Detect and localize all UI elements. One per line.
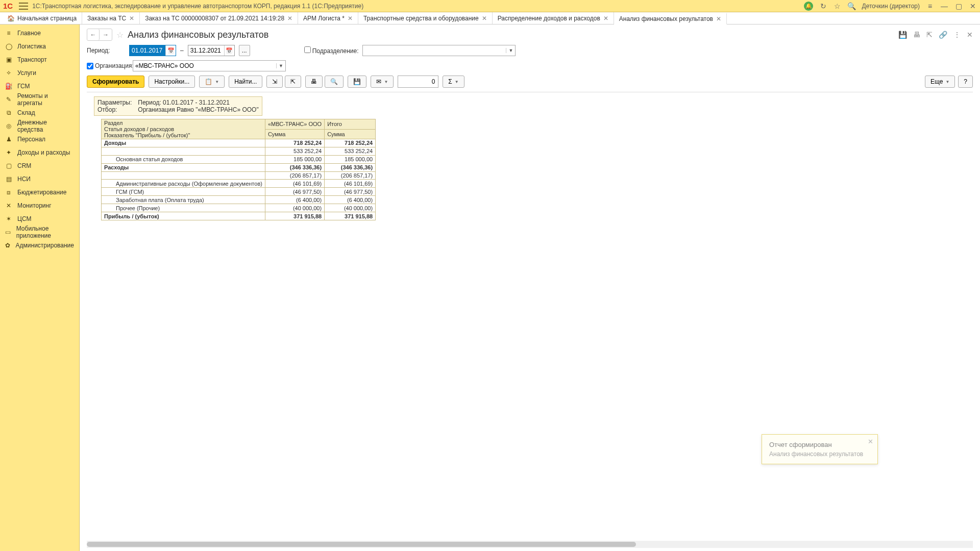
tab[interactable]: Заказ на ТС 00000008307 от 21.09.2021 14… [140, 12, 298, 24]
table-row[interactable]: (206 857,17)(206 857,17) [102, 171, 376, 180]
expand-button[interactable]: ⇲ [266, 76, 283, 88]
org-checkbox-label[interactable]: Организация: [87, 62, 129, 69]
tab[interactable]: Распределение доходов и расходов✕ [493, 12, 614, 24]
tab[interactable]: Анализ финансовых результатов✕ [614, 13, 727, 24]
table-row[interactable]: Основная статья доходов185 000,00185 000… [102, 155, 376, 163]
table-row[interactable]: Доходы718 252,24718 252,24 [102, 139, 376, 147]
save-report-button[interactable]: 💾 [348, 76, 366, 88]
date-to-input[interactable] [188, 45, 224, 56]
sidebar-item[interactable]: ▢CRM [0, 159, 79, 172]
sidebar-icon: ≡ [5, 30, 12, 37]
tab[interactable]: 🏠Начальная страница [2, 12, 82, 24]
tab-close-icon[interactable]: ✕ [129, 15, 134, 22]
org-checkbox[interactable] [87, 63, 93, 69]
content-area: ← → ☆ Анализ финансовых результатов 💾 🖶 … [80, 24, 980, 551]
preview-button[interactable]: 🔍 [325, 76, 344, 88]
horizontal-scrollbar[interactable] [87, 541, 973, 548]
minimize-icon[interactable]: — [940, 2, 948, 10]
save-icon[interactable]: 💾 [898, 31, 907, 39]
tab-close-icon[interactable]: ✕ [348, 15, 353, 22]
favorite-icon[interactable]: ☆ [116, 30, 124, 40]
sidebar-item[interactable]: ◯Логистика [0, 40, 79, 53]
sidebar-item[interactable]: ✧Услуги [0, 66, 79, 80]
sidebar-item[interactable]: ▣Транспорт [0, 53, 79, 66]
sidebar-item[interactable]: ♟Персонал [0, 133, 79, 146]
settings-button[interactable]: Настройки... [149, 76, 195, 88]
close-window-icon[interactable]: ✕ [969, 2, 977, 10]
sidebar-item[interactable]: ≡Главное [0, 27, 79, 40]
period-picker-button[interactable]: ... [239, 45, 250, 56]
table-row[interactable]: Прибыль / (убыток)371 915,88371 915,88 [102, 212, 376, 220]
nav-fwd-button[interactable]: → [100, 29, 112, 40]
sidebar-item[interactable]: ⧈Бюджетирование [0, 186, 79, 199]
table-row[interactable]: Заработная плата (Оплата труда)(6 400,00… [102, 196, 376, 204]
sidebar-icon: ◯ [5, 43, 12, 50]
org-input[interactable] [133, 62, 276, 69]
sidebar-item[interactable]: ⧉Склад [0, 106, 79, 119]
table-row[interactable]: ГСМ (ГСМ)(46 977,50)(46 977,50) [102, 188, 376, 196]
sum-button[interactable]: Σ▼ [443, 76, 464, 88]
table-row[interactable]: 533 252,24533 252,24 [102, 147, 376, 155]
date-from-input[interactable] [130, 45, 165, 56]
nav-back-button[interactable]: ← [87, 29, 100, 40]
find-button[interactable]: Найти... [229, 76, 262, 88]
variant-button[interactable]: 📋▼ [199, 76, 225, 88]
toast-close-icon[interactable]: ✕ [868, 438, 873, 445]
division-input[interactable] [363, 47, 506, 54]
main-menu-icon[interactable] [19, 3, 28, 10]
more-button[interactable]: Еще▼ [925, 76, 955, 88]
table-row[interactable]: Прочее (Прочие)(40 000,00)(40 000,00) [102, 204, 376, 212]
tab[interactable]: Транспортные средства и оборудование✕ [358, 12, 493, 24]
tab-close-icon[interactable]: ✕ [603, 15, 608, 22]
link-icon[interactable]: 🔗 [939, 31, 947, 39]
sidebar-item[interactable]: ◎Денежные средства [0, 119, 79, 133]
notifications-icon[interactable]: 🔔 [804, 2, 813, 11]
help-button[interactable]: ? [958, 76, 973, 88]
sidebar-icon: ✿ [5, 242, 11, 249]
division-select[interactable]: ▼ [362, 45, 516, 56]
division-checkbox-label[interactable]: Подразделение: [304, 46, 359, 55]
tab-close-icon[interactable]: ✕ [482, 15, 487, 22]
sidebar-item[interactable]: ⛽ГСМ [0, 80, 79, 93]
calendar-from-icon[interactable]: 📅 [165, 45, 176, 56]
history-icon[interactable]: ↻ [819, 2, 827, 10]
star-icon[interactable]: ☆ [834, 2, 842, 10]
print-icon[interactable]: 🖶 [913, 31, 920, 39]
division-checkbox[interactable] [304, 46, 311, 53]
sidebar-item[interactable]: ✎Ремонты и агрегаты [0, 93, 79, 106]
calendar-to-icon[interactable]: 📅 [224, 45, 234, 56]
sidebar-item[interactable]: ▤НСИ [0, 172, 79, 186]
tab[interactable]: Заказы на ТС✕ [82, 12, 140, 24]
toast-body: Анализ финансовых результатов [769, 450, 870, 458]
sidebar-item[interactable]: ✿Администрирование [0, 239, 79, 252]
org-select[interactable]: ▼ [133, 60, 286, 71]
print-button[interactable]: 🖶 [305, 76, 323, 88]
sidebar-item[interactable]: ✕Мониторинг [0, 199, 79, 212]
table-row[interactable]: Расходы(346 336,36)(346 336,36) [102, 163, 376, 171]
sidebar-item[interactable]: ✦Доходы и расходы [0, 146, 79, 159]
close-page-icon[interactable]: ✕ [967, 31, 973, 39]
current-user[interactable]: Деточкин (директор) [862, 3, 920, 10]
number-field[interactable] [398, 76, 438, 88]
date-from-field[interactable]: 📅 [129, 45, 176, 56]
export-icon[interactable]: ⇱ [926, 31, 933, 39]
sidebar-item[interactable]: ✶ЦСМ [0, 212, 79, 226]
generate-button[interactable]: Сформировать [87, 76, 144, 88]
tab[interactable]: АРМ Логиста *✕ [298, 12, 358, 24]
chevron-down-icon[interactable]: ▼ [276, 63, 285, 68]
date-to-field[interactable]: 📅 [188, 45, 235, 56]
kebab-icon[interactable]: ⋮ [953, 31, 961, 39]
tab-close-icon[interactable]: ✕ [287, 15, 292, 22]
search-icon[interactable]: 🔍 [848, 2, 856, 10]
maximize-icon[interactable]: ▢ [954, 2, 963, 10]
tab-close-icon[interactable]: ✕ [716, 15, 721, 22]
collapse-button[interactable]: ⇱ [285, 76, 301, 88]
sidebar-label: Администрирование [16, 242, 74, 249]
chevron-down-icon[interactable]: ▼ [506, 48, 515, 53]
table-row[interactable]: Административные расходы (Оформление док… [102, 180, 376, 188]
email-button[interactable]: ✉▼ [371, 76, 394, 88]
sidebar-label: НСИ [17, 176, 31, 183]
page-header: ← → ☆ Анализ финансовых результатов 💾 🖶 … [80, 24, 980, 43]
sidebar-item[interactable]: ▭Мобильное приложение [0, 226, 79, 239]
settings-icon[interactable]: ≡ [926, 2, 934, 10]
